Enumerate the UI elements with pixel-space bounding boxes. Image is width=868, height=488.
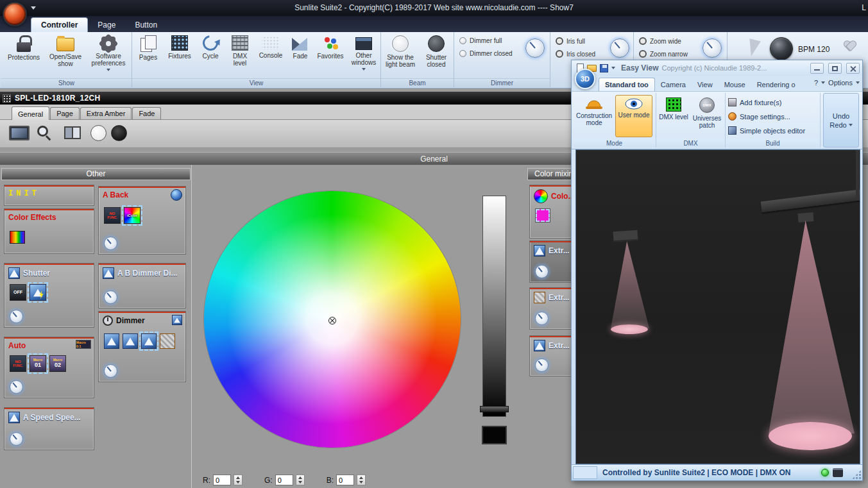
magnifier-icon[interactable] — [37, 126, 48, 137]
blue-spinner[interactable] — [357, 475, 366, 485]
color-wheel[interactable] — [204, 191, 461, 448]
tab-fade[interactable]: Fade — [132, 107, 161, 119]
fixture-preset-icon-selected[interactable] — [141, 333, 157, 349]
no-func-icon[interactable]: NOFUNC. — [10, 355, 26, 372]
options-dropdown-icon[interactable] — [856, 81, 860, 84]
fixture-preset-orange-icon[interactable] — [160, 333, 175, 349]
close-button[interactable] — [846, 63, 860, 74]
color-wheel-cursor[interactable] — [328, 317, 336, 324]
fixture-preset-icon[interactable] — [123, 333, 138, 349]
shutter-off-icon[interactable]: OFF — [10, 284, 26, 301]
preset-button-shutter[interactable]: Shutter OFF — [4, 263, 94, 328]
shutter-closed-button[interactable]: Shutter closed — [420, 34, 453, 76]
save-icon[interactable] — [600, 64, 608, 72]
rainbow-effect-icon[interactable] — [10, 231, 25, 244]
brightness-slider-handle[interactable] — [480, 406, 509, 412]
quick-access-arrow-icon[interactable] — [31, 6, 36, 10]
console-button[interactable]: Console — [255, 34, 286, 76]
zoom-knob[interactable] — [702, 38, 722, 58]
minimize-button[interactable] — [810, 63, 824, 74]
zoom-narrow-option[interactable]: Zoom narrow — [639, 50, 688, 58]
red-input[interactable] — [213, 475, 231, 485]
preset-button-a-speed[interactable]: A Speed Spee... — [4, 407, 94, 450]
protections-button[interactable]: Protections — [4, 34, 44, 76]
dimmer-dial[interactable] — [104, 364, 117, 378]
tab-mouse[interactable]: Mouse — [719, 78, 751, 91]
no-func-icon[interactable]: NOFUNC. — [104, 207, 121, 224]
maximize-button[interactable] — [828, 63, 842, 74]
preset-button-auto[interactable]: Auto Macro 0:1 NOFUNC. Macro01 Macro02 — [4, 337, 94, 398]
a-back-dial[interactable] — [104, 237, 117, 250]
show-light-beam-button[interactable]: Show the light beam — [382, 34, 418, 76]
iris-closed-option[interactable]: Iris closed — [556, 50, 595, 58]
dmx-level-view-button[interactable]: DMX level — [658, 95, 690, 137]
magenta-swatch-icon[interactable] — [535, 208, 550, 223]
fade-button[interactable]: Fade — [287, 34, 313, 76]
screen-view-icon[interactable] — [9, 126, 30, 140]
construction-mode-button[interactable]: Construction mode — [575, 95, 613, 137]
open-save-show-button[interactable]: Open/Save show — [45, 34, 86, 76]
options-menu[interactable]: Options — [826, 76, 855, 89]
easyview-3d-orb[interactable]: 3D — [575, 69, 595, 89]
tab-camera[interactable]: Camera — [655, 78, 692, 91]
ab-dimmer-dial[interactable] — [104, 290, 117, 304]
extra-dial[interactable] — [535, 358, 549, 372]
universes-patch-button[interactable]: DMX Universes patch — [691, 95, 723, 137]
macro-01-icon[interactable]: Macro01 — [30, 355, 46, 372]
dimmer-knob[interactable] — [525, 38, 545, 58]
blue-input[interactable] — [336, 475, 354, 485]
tab-page[interactable]: Page — [88, 18, 125, 32]
help-menu[interactable]: ? — [812, 76, 820, 89]
cycle-button[interactable]: Cycle — [196, 34, 225, 76]
bpm-knob[interactable] — [770, 37, 793, 60]
tab-standard-toolbar[interactable]: Standard too — [599, 78, 655, 91]
tab-rendering[interactable]: Rendering o — [751, 78, 801, 91]
dimmer-closed-option[interactable]: Dimmer closed — [459, 50, 513, 57]
black-color-button[interactable] — [111, 125, 127, 141]
tab-extra-amber[interactable]: Extra Amber — [80, 107, 132, 119]
tab-controller[interactable]: Controller — [31, 17, 88, 32]
fixture-preset-icon[interactable] — [104, 333, 119, 349]
zoom-wide-option[interactable]: Zoom wide — [639, 37, 681, 45]
quick-access-dropdown-icon[interactable] — [611, 67, 615, 69]
favorites-button[interactable]: Favorites — [314, 34, 346, 76]
tab-page-fixture[interactable]: Page — [50, 107, 80, 119]
preset-button-ab-dimmer[interactable]: A B Dimmer Di... — [98, 263, 186, 308]
shutter-dial[interactable] — [10, 310, 23, 323]
auto-dial[interactable] — [10, 380, 23, 394]
iris-knob[interactable] — [610, 38, 629, 58]
iris-full-option[interactable]: Iris full — [556, 37, 585, 45]
other-windows-button[interactable]: Other windows — [348, 34, 380, 76]
add-fixtures-button[interactable]: Add fixture(s) — [728, 98, 781, 106]
brightness-slider[interactable] — [482, 196, 506, 417]
icolor-icon[interactable]: iColor — [124, 207, 140, 224]
tab-button[interactable]: Button — [125, 18, 167, 32]
easyview-titlebar[interactable]: Easy View Copyright (c) Nicolaudie 1989-… — [572, 60, 862, 76]
green-input[interactable] — [275, 475, 293, 485]
help-dropdown-icon[interactable] — [821, 81, 825, 84]
pages-button[interactable]: Pages — [133, 34, 163, 76]
app-logo-orb[interactable] — [3, 2, 27, 26]
simple-objects-button[interactable]: Simple objects editor — [728, 126, 805, 135]
a-speed-dial[interactable] — [10, 432, 23, 446]
heart-icon[interactable] — [844, 41, 855, 51]
stage-settings-button[interactable]: Stage settings... — [728, 112, 790, 121]
preset-button-init[interactable]: INIT — [4, 185, 94, 206]
resize-grip[interactable] — [852, 470, 861, 479]
split-view-icon[interactable] — [64, 126, 81, 139]
extra-dial[interactable] — [535, 265, 549, 278]
dmx-level-button[interactable]: DMX level — [226, 34, 254, 76]
red-spinner[interactable] — [234, 475, 243, 485]
dimmer-full-option[interactable]: Dimmer full — [459, 37, 502, 44]
extra-dial[interactable] — [535, 312, 549, 325]
white-color-button[interactable] — [90, 125, 106, 141]
fixtures-button[interactable]: Fixtures — [164, 34, 195, 76]
shutter-strobe-icon[interactable] — [30, 284, 46, 301]
tab-general[interactable]: General — [12, 106, 49, 120]
preset-button-a-back[interactable]: A Back NOFUNC. iColor — [98, 186, 186, 255]
3d-viewport[interactable] — [575, 149, 860, 464]
user-mode-button[interactable]: User mode — [615, 95, 652, 137]
software-preferences-button[interactable]: Software preferences — [87, 34, 130, 76]
preset-button-dimmer[interactable]: Dimmer — [98, 311, 186, 382]
undo-redo-button[interactable]: Undo Redo — [823, 93, 859, 147]
